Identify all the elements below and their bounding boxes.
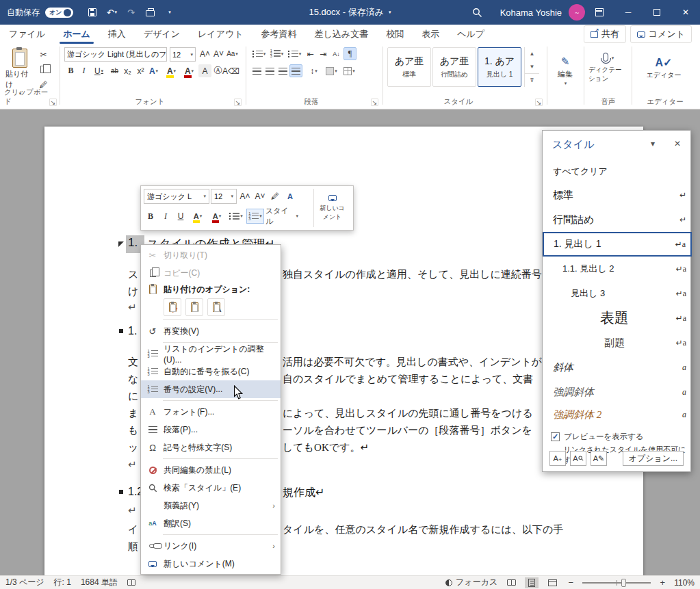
save-button[interactable]	[84, 4, 101, 21]
style-inspector-button[interactable]: A	[570, 451, 586, 466]
menu-item-search[interactable]: 検索「スタイル」(E)	[141, 479, 281, 497]
close-button[interactable]: ✕	[671, 0, 700, 25]
superscript-button[interactable]: x²	[134, 64, 147, 77]
sort-button[interactable]: A↓	[330, 47, 343, 60]
style-item-italic[interactable]: 斜体a	[543, 355, 692, 380]
align-right-button[interactable]	[276, 64, 289, 77]
line-indicator[interactable]: 行: 1	[54, 577, 71, 588]
character-shading-button[interactable]: A	[198, 64, 211, 77]
mini-font-color-button[interactable]: A▾	[208, 209, 226, 224]
line-spacing-button[interactable]: ↕▾	[305, 64, 322, 77]
word-count[interactable]: 1684 単語	[81, 577, 118, 588]
new-style-button[interactable]: A₊	[549, 451, 566, 466]
share-button[interactable]: 共有	[584, 25, 626, 43]
style-gallery-more-button[interactable]: ⊽	[525, 73, 539, 86]
style-item-heading1[interactable]: 1. 見出し 1↵a	[543, 232, 692, 257]
mini-shrink-font-button[interactable]: A˅	[253, 189, 267, 204]
decrease-indent-button[interactable]: ⇤	[304, 47, 317, 60]
change-case-button[interactable]: Aa▾	[226, 47, 239, 60]
ribbon-display-options-button[interactable]	[585, 0, 614, 25]
style-item-emphasis-italic[interactable]: 強調斜体a	[543, 380, 692, 404]
style-item-subtitle[interactable]: 副題↵a	[543, 330, 692, 355]
subscript-button[interactable]: x₂	[121, 64, 134, 77]
tab-file[interactable]: ファイル	[0, 25, 54, 44]
styles-pane-close-button[interactable]: ✕	[670, 136, 685, 151]
menu-item-block-authors[interactable]: 共同編集の禁止(L)	[141, 461, 281, 479]
read-mode-button[interactable]	[504, 577, 518, 588]
mini-text-effects-button[interactable]: A	[283, 189, 297, 204]
mini-styles-button[interactable]: スタイル▾	[265, 209, 298, 224]
menu-item-new-comment[interactable]: 新しいコメント(M)	[141, 555, 281, 573]
style-gallery-cell-normal[interactable]: あア亜 標準	[387, 47, 431, 87]
mini-font-size-combo[interactable]: 12▾	[211, 189, 237, 204]
menu-item-paragraph[interactable]: 段落(P)...	[141, 421, 281, 439]
dictation-button[interactable]: ▾ ディクテーション	[588, 47, 628, 89]
minimize-button[interactable]: ─	[614, 0, 643, 25]
style-gallery-down-button[interactable]: ▼	[525, 60, 539, 73]
maximize-button[interactable]	[643, 0, 671, 25]
mini-new-comment-button[interactable]: 新しいコメント	[313, 189, 350, 227]
shading-button[interactable]: ▾	[323, 64, 340, 77]
increase-indent-button[interactable]: ⇥	[317, 47, 330, 60]
print-button[interactable]	[142, 4, 158, 21]
clear-formatting-button[interactable]: A⌫	[224, 64, 237, 77]
mini-bold-button[interactable]: B	[144, 209, 157, 224]
style-gallery-up-button[interactable]: ▲	[525, 47, 539, 60]
tab-design[interactable]: デザイン	[135, 25, 189, 44]
print-layout-button[interactable]	[525, 577, 539, 588]
menu-item-font[interactable]: Aフォント(F)...	[141, 403, 281, 421]
style-item-heading2[interactable]: 1.1. 見出し 2↵a	[543, 257, 692, 281]
comments-button[interactable]: コメント	[630, 25, 692, 43]
mini-highlight-button[interactable]: A▾	[189, 209, 207, 224]
autosave-toggle[interactable]: オン	[45, 8, 73, 18]
text-effects-button[interactable]: A▾	[147, 64, 160, 77]
paste-keep-source-formatting-button[interactable]: 🖉	[164, 298, 181, 316]
paste-text-only-button[interactable]: A	[207, 298, 225, 316]
style-item-title[interactable]: 表題↵a	[543, 306, 692, 330]
editor-button[interactable]: A✓ エディター	[643, 47, 684, 89]
cut-button[interactable]: ✂	[37, 48, 50, 61]
tab-insert[interactable]: 挿入	[99, 25, 135, 44]
menu-item-set-numbering-value[interactable]: 番号の設定(V)...	[141, 380, 281, 398]
manage-styles-button[interactable]: A✎	[591, 451, 607, 466]
borders-button[interactable]: ▾	[341, 64, 358, 77]
mini-numbering-button[interactable]: ▾	[246, 209, 264, 224]
bold-button[interactable]: B	[64, 64, 77, 77]
highlight-button[interactable]: A▾	[163, 64, 180, 77]
tab-home[interactable]: ホーム	[54, 25, 99, 44]
proofing-icon[interactable]	[127, 579, 135, 586]
font-name-combo[interactable]: 游ゴシック Light (見出しのフォ▾	[64, 47, 167, 62]
mini-bullets-button[interactable]: ▾	[227, 209, 245, 224]
italic-button[interactable]: I	[77, 64, 90, 77]
web-layout-button[interactable]	[545, 577, 559, 588]
styles-options-button[interactable]: オプション...	[623, 451, 684, 466]
undo-button[interactable]: ↶▾	[103, 4, 120, 21]
zoom-slider-thumb[interactable]	[621, 579, 626, 587]
menu-item-continue-numbering[interactable]: 自動的に番号を振る(C)	[141, 363, 281, 380]
tab-review[interactable]: 校閲	[377, 25, 413, 44]
zoom-in-button[interactable]: +	[658, 577, 667, 588]
show-preview-checkbox[interactable]: ✓ プレビューを表示する	[551, 432, 644, 442]
menu-item-translate[interactable]: aA翻訳(S)	[141, 514, 281, 532]
tab-layout[interactable]: レイアウト	[189, 25, 252, 44]
strikethrough-button[interactable]: ab	[108, 64, 121, 77]
styles-pane-menu-button[interactable]: ▾	[645, 136, 660, 151]
zoom-level[interactable]: 110%	[674, 578, 695, 588]
paste-merge-formatting-button[interactable]: →	[185, 298, 203, 316]
style-gallery-cell-heading1[interactable]: 1. あア 見出し 1	[478, 47, 521, 87]
clipboard-dialog-launcher[interactable]: ↘	[49, 99, 57, 106]
customize-qat-button[interactable]: ▾	[161, 4, 177, 21]
show-formatting-marks-button[interactable]: ¶	[343, 47, 357, 60]
font-color-button[interactable]: A▾	[181, 64, 198, 77]
menu-item-adjust-list-indents[interactable]: リストのインデントの調整(U)...	[141, 345, 281, 363]
shrink-font-button[interactable]: A˅	[212, 47, 225, 60]
style-item-intense-emphasis[interactable]: 強調斜体 2a	[543, 404, 692, 425]
style-gallery-cell-no-spacing[interactable]: あア亜 行間詰め	[432, 47, 476, 87]
align-center-button[interactable]	[263, 64, 276, 77]
menu-item-synonyms[interactable]: 類義語(Y)›	[141, 497, 281, 514]
paragraph-dialog-launcher[interactable]: ↘	[371, 99, 378, 106]
numbering-button[interactable]: ▾	[268, 47, 285, 60]
mini-format-painter-button[interactable]: 🖉	[268, 189, 282, 204]
page-indicator[interactable]: 1/3 ページ	[5, 577, 44, 588]
focus-mode-button[interactable]: フォーカス	[445, 577, 497, 588]
